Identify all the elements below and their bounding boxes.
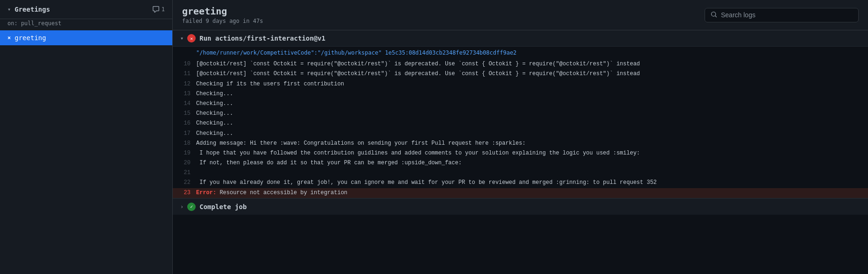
line-content: Checking... — [196, 99, 868, 109]
log-line: 18Adding message: Hi there :wave: Congra… — [173, 139, 868, 148]
close-icon: × — [7, 35, 11, 41]
log-line: 23Error: Resource not accessible by inte… — [173, 188, 868, 198]
line-number: 21 — [173, 168, 196, 178]
path-line: "/home/runner/work/CompetitiveCode":"/gi… — [173, 47, 868, 59]
main-content: greeting failed 9 days ago in 47s ▾ ✕ Ru… — [173, 0, 868, 274]
search-icon — [711, 11, 717, 19]
step-header[interactable]: ▾ ✕ Run actions/first-interaction@v1 — [173, 30, 868, 47]
log-line: 12Checking if its the users first contri… — [173, 79, 868, 89]
line-content: Error: Resource not accessible by integr… — [196, 188, 868, 198]
log-line: 17Checking... — [173, 129, 868, 139]
log-line: 15Checking... — [173, 109, 868, 119]
log-line: 22 If you have already done it, great jo… — [173, 178, 868, 188]
line-number: 18 — [173, 139, 196, 148]
log-line: 16Checking... — [173, 119, 868, 128]
line-number: 20 — [173, 158, 196, 168]
job-status: failed 9 days ago in 47s — [182, 18, 263, 24]
sidebar-comment-badge[interactable]: 1 — [152, 6, 165, 13]
log-line: 21 — [173, 168, 868, 178]
complete-chevron-icon: › — [180, 204, 183, 210]
log-line: 19 I hope that you have followed the con… — [173, 148, 868, 158]
log-line: 11[@octokit/rest] `const Octokit = requi… — [173, 69, 868, 79]
sidebar-title: Greetings — [14, 6, 50, 13]
line-content — [196, 168, 868, 169]
log-line: 20 If not, then please do add it so that… — [173, 158, 868, 168]
comment-icon — [152, 6, 160, 13]
line-number: 11 — [173, 69, 196, 79]
log-line: 10[@octokit/rest] `const Octokit = requi… — [173, 59, 868, 69]
search-input[interactable] — [721, 11, 853, 19]
comment-count: 1 — [162, 6, 165, 13]
line-content: Checking... — [196, 129, 868, 139]
line-number: 15 — [173, 109, 196, 119]
line-number: 17 — [173, 129, 196, 139]
step-error-icon: ✕ — [187, 34, 196, 42]
sidebar-header-left: ▾ Greetings — [7, 6, 50, 13]
complete-job-title: Complete job — [199, 203, 247, 211]
log-lines: "/home/runner/work/CompetitiveCode":"/gi… — [173, 47, 868, 198]
step-title: Run actions/first-interaction@v1 — [199, 35, 325, 42]
sidebar: ▾ Greetings 1 on: pull_request × greetin… — [0, 0, 173, 274]
sidebar-subtitle: on: pull_request — [0, 19, 172, 30]
line-number: 16 — [173, 119, 196, 128]
line-content: If you have already done it, great job!,… — [196, 178, 868, 188]
main-header: greeting failed 9 days ago in 47s — [173, 0, 868, 30]
line-content: Checking... — [196, 119, 868, 128]
sidebar-item-greeting[interactable]: × greeting — [0, 30, 172, 45]
log-content: ▾ ✕ Run actions/first-interaction@v1 "/h… — [173, 30, 868, 274]
chevron-down-icon: ▾ — [7, 6, 11, 13]
log-line: 14Checking... — [173, 99, 868, 109]
line-content: Adding message: Hi there :wave: Congratu… — [196, 139, 868, 148]
line-number: 19 — [173, 148, 196, 158]
line-number: 10 — [173, 59, 196, 69]
line-number: 13 — [173, 89, 196, 99]
job-title: greeting — [182, 6, 263, 17]
log-line: 13Checking... — [173, 89, 868, 99]
line-content: [@octokit/rest] `const Octokit = require… — [196, 59, 868, 69]
search-container[interactable] — [705, 8, 859, 22]
sidebar-item-label: greeting — [14, 34, 46, 42]
job-info: greeting failed 9 days ago in 47s — [182, 6, 263, 24]
line-content: Checking... — [196, 89, 868, 99]
sidebar-header: ▾ Greetings 1 — [0, 0, 172, 19]
line-content: I hope that you have followed the contri… — [196, 148, 868, 158]
log-lines-container: 10[@octokit/rest] `const Octokit = requi… — [173, 59, 868, 198]
line-number: 23 — [173, 188, 196, 198]
line-number: 12 — [173, 79, 196, 89]
step-chevron-icon: ▾ — [180, 35, 183, 42]
line-content: If not, then please do add it so that yo… — [196, 158, 868, 168]
line-number: 22 — [173, 178, 196, 188]
step-section: ▾ ✕ Run actions/first-interaction@v1 "/h… — [173, 30, 868, 198]
complete-status-icon: ✓ — [187, 203, 196, 211]
line-content: Checking if its the users first contribu… — [196, 79, 868, 89]
line-content: [@octokit/rest] `const Octokit = require… — [196, 69, 868, 79]
line-number: 14 — [173, 99, 196, 109]
complete-job-section[interactable]: › ✓ Complete job — [173, 198, 868, 215]
line-content: Checking... — [196, 109, 868, 119]
